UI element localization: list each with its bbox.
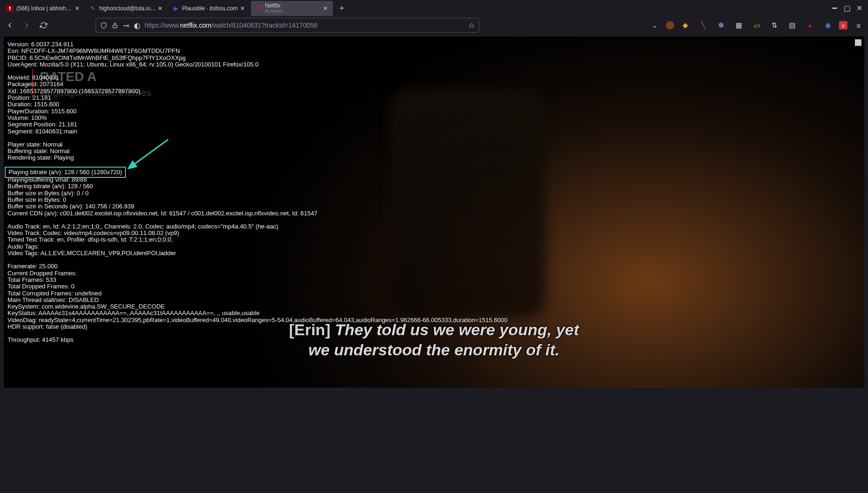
new-tab-button[interactable]: ＋ — [335, 1, 348, 15]
debug-playerduration: PlayerDuration: 1515.600 — [7, 108, 508, 115]
close-window-button[interactable]: ✕ — [856, 5, 862, 11]
tab-inbox[interactable]: t (566) Inbox | abhishek@li ✕ — [2, 1, 84, 16]
debug-framerate: Framerate: 25.000 — [7, 263, 508, 270]
subtitle-line-2: we understood the enormity of it. — [309, 341, 559, 359]
extension-icon-1[interactable] — [666, 21, 674, 29]
key-icon[interactable]: ⊸ — [122, 22, 130, 29]
tab-label: Plausible · itsfoss.com — [182, 5, 238, 12]
lock-icon[interactable] — [111, 22, 118, 29]
tab-plausible[interactable]: ▶ Plausible · itsfoss.com ✕ — [168, 1, 250, 16]
tab-bar: t (566) Inbox | abhishek@li ✕ ✎ highoncl… — [0, 0, 868, 16]
tab-label: highoncloud@tuta.io - Tu — [99, 5, 156, 12]
debug-xid: Xid: 16653729577897900 (1665372957789790… — [7, 88, 508, 95]
extension-icon-6[interactable]: ᔕ — [750, 19, 763, 32]
shield-icon[interactable] — [100, 22, 107, 29]
debug-buffersizebytes: Buffer size in Bytes (a/v): 0 / 0 — [7, 190, 508, 197]
video-viewport: RATED A language, mature themes Version:… — [4, 37, 864, 388]
debug-audiotrack: Audio Track: en, Id: A:2:1;2;en;1;0;, Ch… — [7, 223, 508, 230]
debug-corrupted: Total Corrupted Frames: undefined — [7, 290, 508, 297]
debug-totalframes: Total Frames: 533 — [7, 277, 508, 283]
debug-renderingstate: Rendering state: Playing — [7, 155, 508, 161]
debug-pbcid: PBCID: 6.5ChEw8ClNtTxtMnWhBFlE_b53fFQhpp… — [7, 55, 508, 61]
close-icon[interactable]: ✕ — [322, 5, 329, 12]
debug-overlay: Version: 6.0037.234.911 Esn: NFCDFF-LX-J… — [7, 41, 508, 344]
debug-playingbitrate-highlighted: Playing bitrate (a/v): 128 / 560 (1280x7… — [5, 167, 126, 178]
extension-icon-3[interactable]: ╲ — [697, 19, 710, 32]
debug-videotags: Video Tags: AL1,EVE,MCCLEAREN_VP9,POI,id… — [7, 250, 508, 257]
reload-button[interactable] — [37, 18, 51, 32]
nav-bar: ⊸ ◐ https://www.netflix.com/watch/810406… — [0, 16, 868, 35]
tuta-icon: t — [6, 5, 14, 12]
debug-cdn: Current CDN (a/v): c001.del002.excitel.i… — [7, 210, 508, 217]
minimize-button[interactable]: ━ — [831, 5, 838, 11]
debug-audiotags: Audio Tags: — [7, 243, 508, 250]
pinterest-icon[interactable]: ● — [803, 19, 817, 32]
extension-icon-4[interactable]: ✽ — [714, 19, 728, 32]
debug-duration: Duration: 1515.600 — [7, 101, 508, 108]
url-text: https://www.netflix.com/watch/81040631?t… — [145, 22, 464, 29]
netflix-icon: N — [255, 5, 262, 12]
debug-bufferingbitrate: Buffering bitrate (a/v): 128 / 560 — [7, 183, 508, 190]
debug-movieid: MovieId: 81040631 — [7, 74, 508, 81]
tab-label: (566) Inbox | abhishek@li — [16, 5, 74, 12]
extension-icon-5[interactable]: ▦ — [732, 19, 745, 32]
subtitle: [Erin] They told us we were young, yet w… — [4, 320, 864, 360]
close-debug-button[interactable] — [855, 39, 861, 46]
extension-icon-7[interactable]: ⇅ — [768, 19, 781, 32]
extension-icon-2[interactable]: ◆ — [679, 19, 692, 32]
bookmark-icon[interactable]: ☆ — [468, 22, 475, 29]
tab-label: Netflix — [265, 3, 283, 9]
debug-playerstate: Player state: Normal — [7, 141, 508, 148]
debug-volume: Volume: 100% — [7, 115, 508, 121]
debug-droppedcurrent: Current Dropped Frames: — [7, 270, 508, 277]
tab-highoncloud[interactable]: ✎ highoncloud@tuta.io - Tu ✕ — [85, 1, 167, 16]
debug-timedtext: Timed Text Track: en, Profile: dfxp-ls-s… — [7, 236, 508, 243]
url-bar[interactable]: ⊸ ◐ https://www.netflix.com/watch/810406… — [96, 18, 479, 33]
subtitle-line-1: They told us we were young, yet — [331, 321, 579, 338]
tab-sublabel: PLAYING — [265, 9, 283, 14]
debug-useragent: UserAgent: Mozilla/5.0 (X11; Ubuntu; Lin… — [7, 61, 508, 68]
window-controls: ━ ▢ ✕ — [831, 5, 866, 11]
debug-packageid: PackageId: 2073164 — [7, 81, 508, 88]
debug-keystatus: KeyStatus: AAAAAc31s4AAAAAAAAAAA==,.AAAA… — [7, 310, 508, 316]
debug-esn: Esn: NFCDFF-LX-JM74P96MW6UMR4W6T1F6GMTDD… — [7, 48, 508, 54]
back-button[interactable] — [3, 18, 17, 32]
feather-icon: ✎ — [89, 5, 96, 12]
hamburger-menu-icon[interactable]: ≡ — [852, 19, 865, 32]
debug-mainthread: Main Thread stall/sec: DISABLED — [7, 297, 508, 303]
svg-rect-0 — [113, 25, 117, 27]
forward-button[interactable] — [20, 18, 34, 32]
debug-totaldropped: Total Dropped Frames: 0 — [7, 283, 508, 290]
toolbar-icons: ⌄ ◆ ╲ ✽ ▦ ᔕ ⇅ ▤ ● ◉ u ≡ — [648, 19, 865, 32]
extension-icon-9[interactable]: ◉ — [821, 19, 834, 32]
pocket-icon[interactable]: ⌄ — [648, 19, 661, 32]
subtitle-speaker: [Erin] — [289, 321, 331, 338]
maximize-button[interactable]: ▢ — [844, 5, 850, 11]
extension-icon-8[interactable]: ▤ — [786, 19, 799, 32]
permission-icon[interactable]: ◐ — [133, 22, 141, 29]
debug-buffersizesec: Buffer size in Seconds (a/v): 140.756 / … — [7, 203, 508, 210]
plausible-icon: ▶ — [172, 5, 179, 12]
close-icon[interactable]: ✕ — [156, 5, 163, 12]
debug-bufferingstate: Buffering state: Normal — [7, 148, 508, 155]
debug-segpos: Segment Position: 21.181 — [7, 121, 508, 128]
extension-icon-10[interactable]: u — [839, 21, 847, 29]
close-icon[interactable]: ✕ — [239, 5, 246, 12]
debug-position: Position: 21.181 — [7, 95, 508, 101]
debug-segment: Segment: 81040631:main — [7, 128, 508, 135]
close-icon[interactable]: ✕ — [74, 5, 81, 12]
tab-netflix[interactable]: N Netflix PLAYING ✕ — [251, 1, 333, 16]
